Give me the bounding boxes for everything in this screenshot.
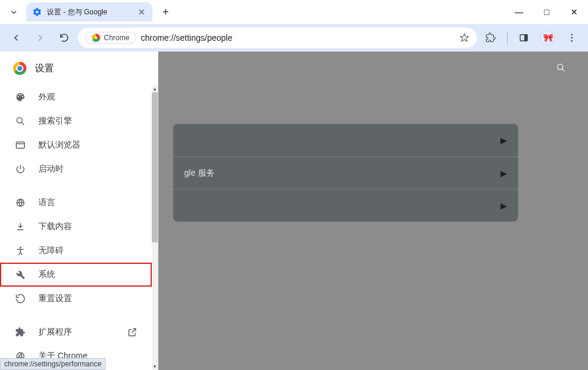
- sidebar-title: 设置: [35, 62, 54, 75]
- settings-card: ▶ gle 服务 ▶ ▶: [173, 124, 518, 222]
- search-icon[interactable]: [556, 62, 566, 73]
- chevron-right-icon: ▶: [500, 136, 507, 145]
- puzzle-icon: [485, 32, 496, 43]
- chrome-logo-icon: [13, 62, 26, 75]
- profile-button[interactable]: 🎀: [538, 28, 558, 48]
- star-icon[interactable]: [459, 32, 470, 43]
- sidebar-item-label: 启动时: [38, 164, 64, 175]
- sidebar-item-default-browser[interactable]: 默认浏览器: [0, 133, 152, 157]
- reload-icon: [59, 32, 70, 43]
- svg-point-9: [20, 246, 22, 248]
- status-url: chrome://settings/performance: [4, 360, 101, 368]
- power-icon: [14, 163, 26, 175]
- menu-button[interactable]: [562, 28, 582, 48]
- site-chip[interactable]: Chrome: [85, 32, 136, 44]
- sidebar-item-label: 外观: [38, 92, 55, 103]
- tab-title: 设置 - 您与 Google: [47, 7, 107, 17]
- sidebar-item-label: 默认浏览器: [38, 140, 80, 151]
- sidebar-item-search-engine[interactable]: 搜索引擎: [0, 109, 152, 133]
- sidebar-item-label: 无障碍: [38, 245, 64, 256]
- avatar-icon: 🎀: [540, 30, 556, 46]
- sidebar-scrollbar[interactable]: ▲ ▼: [152, 85, 158, 370]
- sidebar-item-system[interactable]: 系统: [0, 263, 152, 287]
- site-chip-label: Chrome: [104, 34, 130, 42]
- search-icon: [14, 115, 26, 127]
- dimmed-overlay: ▶ gle 服务 ▶ ▶: [158, 52, 588, 370]
- forward-button[interactable]: [30, 28, 50, 48]
- card-row[interactable]: ▶: [173, 189, 518, 221]
- status-bar: chrome://settings/performance: [0, 358, 106, 370]
- new-tab-button[interactable]: +: [157, 4, 174, 20]
- chrome-logo-icon: [92, 34, 100, 42]
- chevron-right-icon: ▶: [500, 169, 507, 178]
- window-controls: — □ ✕: [505, 0, 588, 24]
- tab-close-button[interactable]: [137, 7, 146, 17]
- scrollbar-thumb[interactable]: [152, 92, 158, 242]
- restore-icon: [14, 293, 26, 305]
- sidebar-item-label: 重置设置: [38, 293, 72, 304]
- sidebar-item-reset[interactable]: 重置设置: [0, 287, 152, 311]
- url-text: chrome://settings/people: [141, 33, 454, 43]
- chevron-down-icon: [8, 7, 19, 17]
- sidebar-item-label: 扩展程序: [38, 327, 72, 338]
- toolbar: Chrome chrome://settings/people 🎀: [0, 24, 588, 52]
- gear-icon: [32, 7, 42, 17]
- wrench-icon: [14, 269, 26, 281]
- arrow-right-icon: [35, 32, 46, 43]
- download-icon: [14, 221, 26, 233]
- sidebar-item-downloads[interactable]: 下载内容: [0, 215, 152, 239]
- chevron-right-icon: ▶: [500, 201, 507, 210]
- sidebar-item-languages[interactable]: 语言: [0, 191, 152, 215]
- omnibox[interactable]: Chrome chrome://settings/people: [78, 28, 477, 48]
- settings-sidebar: 设置 外观 搜索引擎 默认浏览器 启动时: [0, 52, 158, 370]
- open-in-new-icon: [127, 327, 137, 338]
- svg-point-3: [571, 37, 573, 39]
- scroll-up-icon[interactable]: ▲: [152, 85, 158, 92]
- globe-icon: [14, 197, 26, 209]
- sidebar-list: 外观 搜索引擎 默认浏览器 启动时 语言: [0, 85, 152, 370]
- extensions-button[interactable]: [481, 28, 501, 48]
- sidebar-item-label: 搜索引擎: [38, 116, 72, 127]
- sidebar-item-accessibility[interactable]: 无障碍: [0, 239, 152, 263]
- tab-search-button[interactable]: [6, 4, 22, 20]
- sidebar-item-on-startup[interactable]: 启动时: [0, 157, 152, 181]
- card-row[interactable]: ▶: [173, 124, 518, 157]
- palette-icon: [14, 91, 26, 103]
- side-panel-button[interactable]: [514, 28, 534, 48]
- svg-point-6: [17, 118, 22, 123]
- svg-point-5: [557, 64, 563, 70]
- close-icon: [137, 7, 146, 17]
- extension-icon: [14, 326, 26, 338]
- sidebar-header: 设置: [0, 52, 158, 85]
- svg-rect-1: [524, 35, 527, 41]
- reload-button[interactable]: [54, 28, 74, 48]
- sidebar-item-appearance[interactable]: 外观: [0, 85, 152, 109]
- scroll-down-icon[interactable]: ▼: [152, 363, 158, 370]
- maximize-button[interactable]: □: [533, 0, 560, 24]
- svg-point-4: [571, 40, 573, 42]
- separator: [507, 32, 508, 44]
- dots-vertical-icon: [566, 32, 577, 43]
- svg-rect-7: [16, 142, 25, 149]
- card-row-services[interactable]: gle 服务 ▶: [173, 157, 518, 189]
- tab-active[interactable]: 设置 - 您与 Google: [26, 2, 152, 22]
- tab-strip: 设置 - 您与 Google +: [0, 0, 588, 24]
- card-row-label: gle 服务: [184, 168, 215, 179]
- sidebar-item-label: 语言: [38, 197, 55, 208]
- content-area: ▶ gle 服务 ▶ ▶ 设置 外观: [0, 52, 588, 370]
- panel-icon: [518, 32, 529, 43]
- window-close-button[interactable]: ✕: [560, 0, 588, 24]
- svg-point-2: [571, 34, 573, 35]
- browser-window: 设置 - 您与 Google + — □ ✕ Chrome chrome://s…: [0, 0, 588, 370]
- sidebar-item-extensions[interactable]: 扩展程序: [0, 320, 152, 344]
- arrow-left-icon: [11, 32, 22, 43]
- browser-icon: [14, 139, 26, 151]
- minimize-button[interactable]: —: [505, 0, 533, 24]
- back-button[interactable]: [6, 28, 26, 48]
- accessibility-icon: [14, 245, 26, 257]
- sidebar-item-label: 下载内容: [38, 221, 72, 232]
- sidebar-item-label: 系统: [38, 269, 55, 280]
